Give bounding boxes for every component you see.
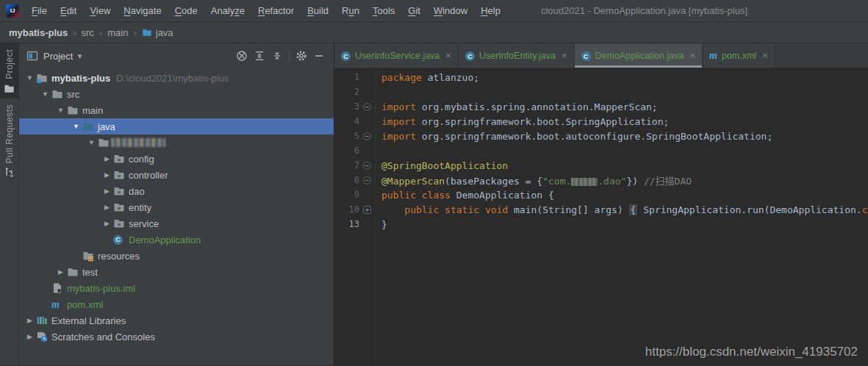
line-number: 8: [334, 175, 359, 185]
panel-title[interactable]: Project: [43, 51, 73, 62]
code-token: public class: [381, 190, 456, 201]
fold-collapse-icon[interactable]: −: [363, 176, 371, 184]
breadcrumb-item-main[interactable]: main: [107, 27, 128, 38]
file-iml-icon: [51, 282, 65, 294]
tree-item-controller[interactable]: ▶controller: [19, 167, 334, 183]
breadcrumb-item-java[interactable]: java: [142, 27, 173, 38]
collapse-arrow-icon[interactable]: ▶: [101, 220, 113, 227]
fold-collapse-icon[interactable]: −: [363, 103, 371, 111]
folder-icon: [142, 27, 152, 37]
collapse-arrow-icon[interactable]: ▶: [101, 155, 113, 162]
main-area: Project Pull Requests: [0, 43, 868, 365]
menu-item-edit[interactable]: Edit: [54, 5, 83, 16]
java-class-icon: C: [341, 50, 351, 62]
tree-item-package-censored[interactable]: ▼: [19, 134, 334, 151]
menu-item-git[interactable]: Git: [401, 5, 427, 16]
tree-item-test[interactable]: ▶test: [19, 264, 334, 280]
expand-arrow-icon[interactable]: ▼: [39, 90, 51, 98]
select-opened-file-button[interactable]: [233, 48, 251, 64]
close-icon[interactable]: ×: [762, 50, 768, 61]
tree-item-java[interactable]: ▼java: [19, 118, 334, 134]
tree-item-external-libraries[interactable]: ▶External Libraries: [19, 312, 334, 329]
code-token: }): [626, 176, 643, 187]
tree-item-dao[interactable]: ▶dao: [19, 183, 334, 199]
menu-item-analyze[interactable]: Analyze: [204, 5, 251, 16]
code-token: atlanzuo;: [428, 72, 479, 83]
folder-icon: [67, 266, 80, 278]
settings-button[interactable]: [293, 48, 310, 64]
package-folder-icon: [113, 153, 126, 165]
editor-tab-label: UserInfoService.java: [355, 51, 440, 61]
tree-item-resources[interactable]: resources: [19, 248, 334, 264]
close-icon[interactable]: ×: [689, 50, 695, 61]
tree-item-label: config: [129, 154, 154, 165]
collapse-arrow-icon[interactable]: ▶: [54, 268, 67, 276]
java-class-icon: C: [465, 50, 475, 62]
code-text: public static void main(String[] args) {…: [381, 204, 868, 215]
menu-item-run[interactable]: Run: [335, 5, 366, 16]
tree-item-main[interactable]: ▼main: [19, 102, 334, 118]
expand-arrow-icon[interactable]: ▼: [54, 107, 67, 114]
tree-item-label: mybatis-plus.iml: [67, 283, 135, 294]
code-line: 6: [334, 143, 868, 158]
menu-item-file[interactable]: File: [25, 5, 54, 16]
hide-panel-button[interactable]: [310, 48, 328, 64]
fold-collapse-icon[interactable]: −: [363, 162, 371, 170]
expand-arrow-icon[interactable]: ▼: [24, 74, 36, 82]
project-folder-icon: [4, 83, 15, 94]
fold-expand-icon[interactable]: +: [363, 206, 371, 214]
code-line: 8−@MapperScan(basePackages = {"com..dao"…: [334, 173, 868, 187]
menu-item-refactor[interactable]: Refactor: [251, 5, 301, 16]
breadcrumb-item-src[interactable]: src: [82, 27, 94, 38]
menu-item-help[interactable]: Help: [474, 5, 507, 16]
tree-item-pom-xml[interactable]: mpom.xml: [19, 296, 334, 312]
project-tree: ▼mybatis-plusD:\cloud2021\mybatis-plus▼s…: [19, 68, 334, 365]
menu-item-view[interactable]: View: [83, 5, 117, 16]
menu-item-window[interactable]: Window: [427, 5, 474, 16]
code-token: public static void: [404, 204, 514, 215]
editor-tab-userinfoentity-java[interactable]: CUserInfoEntity.java×: [459, 43, 575, 68]
collapse-all-button[interactable]: [268, 48, 286, 64]
menu-item-navigate[interactable]: Navigate: [117, 5, 168, 16]
breadcrumb-item-mybatis-plus[interactable]: mybatis-plus: [9, 27, 68, 38]
tree-item-service[interactable]: ▶service: [19, 215, 334, 232]
fold-collapse-icon[interactable]: −: [363, 132, 371, 140]
collapse-arrow-icon[interactable]: ▶: [24, 317, 36, 324]
expand-all-button[interactable]: [251, 48, 268, 64]
collapse-arrow-icon[interactable]: ▶: [101, 187, 113, 195]
tool-tab-project[interactable]: Project: [0, 43, 18, 98]
editor-tabbar-space: [775, 43, 868, 68]
code-token: class: [862, 204, 868, 215]
expand-arrow-icon[interactable]: ▼: [70, 123, 82, 130]
tool-window-strip: Project Pull Requests: [0, 43, 19, 365]
editor-tab-pom-xml[interactable]: mpom.xml×: [703, 43, 775, 68]
tree-item-demoapplication[interactable]: CDemoApplication: [19, 232, 334, 248]
menu-item-tools[interactable]: Tools: [366, 5, 401, 16]
close-icon[interactable]: ×: [445, 50, 451, 61]
editor-tab-userinfoservice-java[interactable]: CUserInfoService.java×: [334, 43, 459, 68]
tree-item-mybatis-plus-iml[interactable]: mybatis-plus.iml: [19, 280, 334, 296]
close-icon[interactable]: ×: [562, 50, 567, 61]
line-number: 3: [334, 101, 359, 112]
code-token: main(String[] args): [514, 204, 629, 215]
editor-tab-demoapplication-java[interactable]: CDemoApplication.java×: [575, 43, 703, 68]
tree-item-scratches-and-consoles[interactable]: ▶Scratches and Consoles: [19, 329, 334, 345]
folder-res-icon: [82, 250, 96, 262]
tree-item-config[interactable]: ▶config: [19, 151, 334, 167]
expand-arrow-icon[interactable]: ▼: [85, 139, 98, 146]
tree-item-mybatis-plus[interactable]: ▼mybatis-plusD:\cloud2021\mybatis-plus: [19, 70, 334, 86]
tree-item-src[interactable]: ▼src: [19, 86, 334, 102]
tree-item-label: Scratches and Consoles: [51, 331, 155, 342]
chevron-down-icon[interactable]: ▼: [76, 52, 83, 60]
code-text: import org.springframework.boot.autoconf…: [381, 131, 772, 142]
menu-item-code[interactable]: Code: [168, 5, 204, 16]
collapse-arrow-icon[interactable]: ▶: [24, 333, 36, 340]
tool-tab-pull-requests[interactable]: Pull Requests: [0, 98, 18, 183]
tree-item-label: dao: [129, 186, 145, 197]
collapse-arrow-icon[interactable]: ▶: [101, 204, 113, 211]
code-editor[interactable]: 1package atlanzuo;23−import org.mybatis.…: [334, 68, 868, 365]
tree-item-entity[interactable]: ▶entity: [19, 199, 334, 215]
collapse-arrow-icon[interactable]: ▶: [101, 171, 113, 179]
menu-item-build[interactable]: Build: [301, 5, 335, 16]
code-line: 2: [334, 85, 868, 99]
